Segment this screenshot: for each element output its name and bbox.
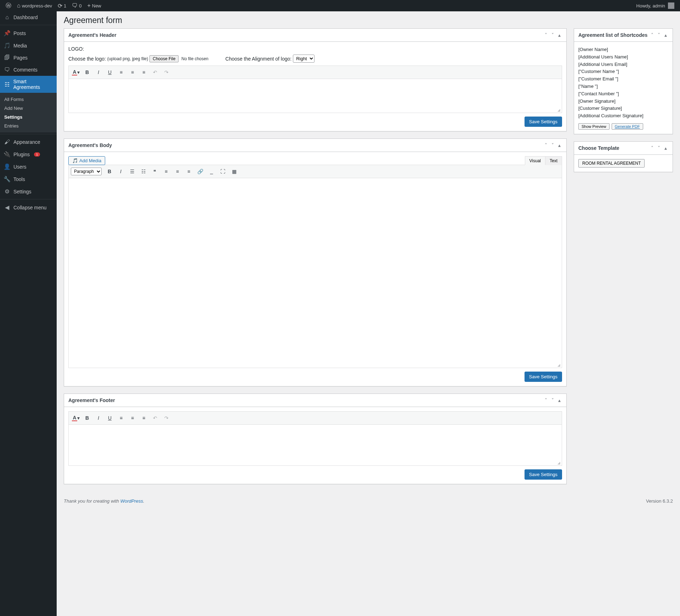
align-left-button[interactable]: ≡ <box>116 413 126 423</box>
resize-handle[interactable]: ◢ <box>69 362 562 368</box>
menu-pages[interactable]: 🗐Pages <box>0 52 57 64</box>
submenu-settings[interactable]: Settings <box>0 113 57 121</box>
plug-icon: 🔌 <box>4 151 11 158</box>
move-down-button[interactable]: ˅ <box>656 31 662 39</box>
menu-tools[interactable]: 🔧Tools <box>0 173 57 185</box>
body-editor-content[interactable] <box>69 178 562 362</box>
bold-button[interactable]: B <box>82 413 92 423</box>
menu-appearance[interactable]: 🖌Appearance <box>0 136 57 148</box>
updates-link[interactable]: ⟳1 <box>55 0 69 11</box>
align-center-button[interactable]: ≡ <box>128 67 137 77</box>
footer-editor-content[interactable] <box>69 425 562 460</box>
alignment-select[interactable]: Right <box>293 55 314 63</box>
move-up-button[interactable]: ˄ <box>650 144 655 152</box>
choose-file-button[interactable]: Choose File <box>149 55 178 62</box>
italic-button[interactable]: I <box>94 413 103 423</box>
redo-button[interactable]: ↷ <box>162 67 171 77</box>
shortcode-item[interactable]: ["Customer Email "] <box>578 75 668 83</box>
italic-button[interactable]: I <box>94 67 103 77</box>
save-settings-button[interactable]: Save Settings <box>525 117 562 127</box>
underline-button[interactable]: U <box>105 67 115 77</box>
toolbar-toggle-button[interactable]: ▦ <box>229 166 239 176</box>
resize-handle[interactable]: ◢ <box>69 460 562 465</box>
align-center-button[interactable]: ≡ <box>128 413 137 423</box>
quote-button[interactable]: ❝ <box>150 166 160 176</box>
toggle-button[interactable]: ▴ <box>663 31 668 39</box>
submenu-all-forms[interactable]: All Forms <box>0 95 57 104</box>
header-editor-content[interactable] <box>69 79 562 107</box>
wordpress-link[interactable]: WordPress <box>120 498 143 504</box>
fullscreen-button[interactable]: ⛶ <box>218 166 228 176</box>
toggle-button[interactable]: ▴ <box>557 141 562 149</box>
shortcode-item[interactable]: [Owner Signature] <box>578 98 668 105</box>
comments-link[interactable]: 🗨0 <box>69 0 84 11</box>
move-down-button[interactable]: ˅ <box>656 144 662 152</box>
shortcode-item[interactable]: ["Contact Number "] <box>578 90 668 98</box>
new-link[interactable]: +New <box>84 0 104 11</box>
toggle-button[interactable]: ▴ <box>557 396 562 405</box>
menu-dashboard[interactable]: ⌂Dashboard <box>0 11 57 23</box>
submenu-entries[interactable]: Entries <box>0 121 57 130</box>
bold-button[interactable]: B <box>82 67 92 77</box>
template-button[interactable]: ROOM RENTAL AGREEMENT <box>578 159 645 168</box>
underline-button[interactable]: U <box>105 413 115 423</box>
align-right-button[interactable]: ≡ <box>184 166 194 176</box>
redo-button[interactable]: ↷ <box>162 413 171 423</box>
italic-button[interactable]: I <box>116 166 126 176</box>
undo-button[interactable]: ↶ <box>150 67 160 77</box>
menu-label: Settings <box>13 189 32 194</box>
move-down-button[interactable]: ˅ <box>550 31 555 39</box>
save-settings-button[interactable]: Save Settings <box>525 469 562 480</box>
account-link[interactable]: Howdy, admin <box>634 0 677 11</box>
home-icon: ⌂ <box>17 2 21 9</box>
shortcode-item[interactable]: ["Name "] <box>578 83 668 90</box>
move-up-button[interactable]: ˄ <box>650 31 655 39</box>
align-left-button[interactable]: ≡ <box>116 67 126 77</box>
generate-pdf-button[interactable]: Generate PDF <box>612 123 643 130</box>
paragraph-select[interactable]: Paragraph <box>71 168 102 175</box>
move-up-button[interactable]: ˄ <box>543 31 549 39</box>
resize-handle[interactable]: ◢ <box>69 107 562 113</box>
tab-text[interactable]: Text <box>545 156 562 165</box>
text-color-button[interactable]: A ▾ <box>71 413 81 423</box>
undo-button[interactable]: ↶ <box>150 413 160 423</box>
shortcode-item[interactable]: [Additional Customer Signature] <box>578 112 668 120</box>
move-up-button[interactable]: ˄ <box>543 396 549 405</box>
shortcode-item[interactable]: [Additional Users Email] <box>578 61 668 68</box>
shortcode-item[interactable]: [Customer Signature] <box>578 105 668 112</box>
add-media-button[interactable]: 🎵Add Media <box>68 156 105 165</box>
align-right-button[interactable]: ≡ <box>139 67 149 77</box>
move-up-button[interactable]: ˄ <box>543 141 549 149</box>
bullet-list-button[interactable]: ☰ <box>127 166 137 176</box>
menu-media[interactable]: 🎵Media <box>0 39 57 52</box>
menu-smart-agreements[interactable]: ☷Smart Agreements <box>0 76 57 93</box>
save-settings-button[interactable]: Save Settings <box>525 372 562 382</box>
readmore-button[interactable]: ⎯ <box>206 166 216 176</box>
menu-posts[interactable]: 📌Posts <box>0 27 57 39</box>
shortcode-item[interactable]: ["Customer Name "] <box>578 68 668 75</box>
move-down-button[interactable]: ˅ <box>550 396 555 405</box>
shortcode-item[interactable]: [Owner Name] <box>578 46 668 53</box>
align-left-button[interactable]: ≡ <box>161 166 171 176</box>
menu-collapse[interactable]: ◀Collapse menu <box>0 201 57 214</box>
shortcode-item[interactable]: [Additional Users Name] <box>578 53 668 61</box>
menu-plugins[interactable]: 🔌Plugins1 <box>0 148 57 160</box>
menu-users[interactable]: 👤Users <box>0 160 57 173</box>
align-right-button[interactable]: ≡ <box>139 413 149 423</box>
menu-comments[interactable]: 🗨Comments <box>0 64 57 76</box>
link-button[interactable]: 🔗 <box>195 166 205 176</box>
submenu-add-new[interactable]: Add New <box>0 104 57 113</box>
wp-logo[interactable]: ⓦ <box>3 0 14 11</box>
toggle-button[interactable]: ▴ <box>557 31 562 39</box>
bold-button[interactable]: B <box>104 166 114 176</box>
tab-visual[interactable]: Visual <box>525 156 545 165</box>
text-color-button[interactable]: A ▾ <box>71 67 81 77</box>
show-preview-button[interactable]: Show Preview <box>578 123 610 130</box>
move-down-button[interactable]: ˅ <box>550 141 555 149</box>
align-center-button[interactable]: ≡ <box>172 166 182 176</box>
toggle-button[interactable]: ▴ <box>663 144 668 152</box>
site-link[interactable]: ⌂wordpress-dev <box>14 0 55 11</box>
menu-settings[interactable]: ⚙Settings <box>0 185 57 198</box>
choose-logo-label: Choose the logo: <box>68 56 106 62</box>
number-list-button[interactable]: ☷ <box>138 166 148 176</box>
